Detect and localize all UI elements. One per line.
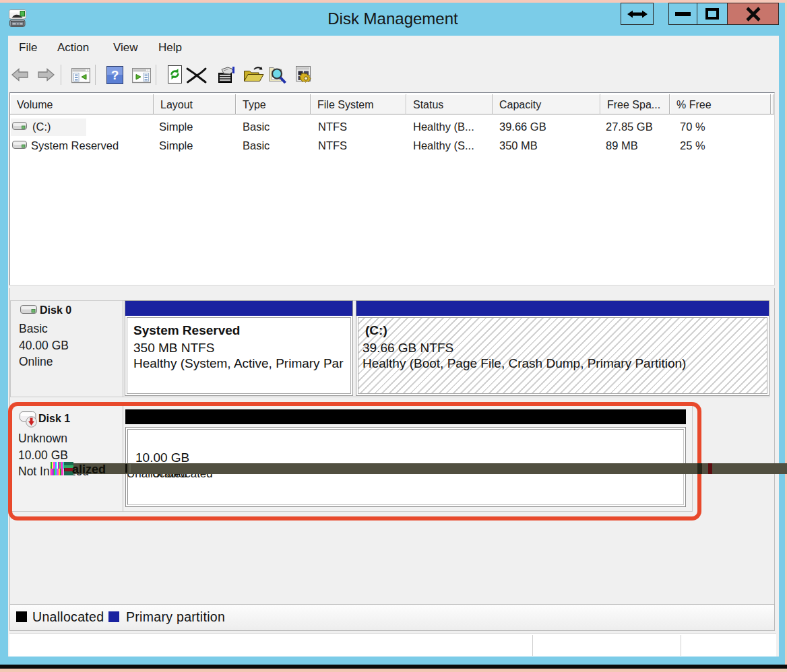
svg-text:?: ? bbox=[111, 68, 119, 82]
